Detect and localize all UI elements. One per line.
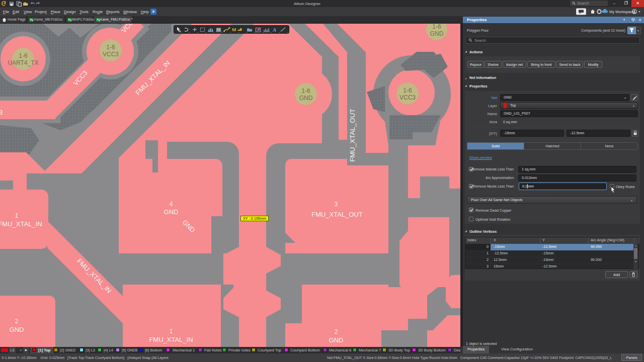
svg-text:FMU_XTAL_IN: FMU_XTAL_IN: [0, 220, 42, 228]
svg-text:GND: GND: [299, 95, 313, 102]
svg-text:2: 2: [15, 318, 19, 325]
svg-text:VCC3: VCC3: [399, 94, 416, 101]
svg-text:M: M: [232, 27, 236, 32]
svg-text:4: 4: [170, 201, 173, 208]
svg-text:My Workspace: My Workspace: [609, 10, 634, 14]
svg-text:GND: GND: [430, 30, 444, 37]
svg-text:FMU_XTAL_OUT: FMU_XTAL_OUT: [349, 109, 356, 162]
svg-text:UART4_TX: UART4_TX: [8, 59, 38, 66]
svg-text:GND: GND: [329, 336, 344, 344]
svg-text:1-6: 1-6: [403, 87, 412, 94]
svg-text:FMU_XTAL_IN: FMU_XTAL_IN: [149, 336, 193, 343]
svg-text:GND: GND: [164, 208, 179, 216]
svg-text:3: 3: [335, 201, 338, 208]
svg-text:1-6: 1-6: [106, 44, 115, 51]
svg-text:1-6: 1-6: [432, 24, 441, 30]
svg-text:FMU_XTAL_OUT: FMU_XTAL_OUT: [311, 211, 363, 218]
svg-text:VCC3: VCC3: [103, 51, 119, 58]
svg-text:A: A: [272, 27, 276, 32]
svg-text:B: B: [0, 109, 3, 116]
svg-text:2: 2: [335, 328, 338, 335]
svg-text:1-6: 1-6: [19, 52, 28, 59]
svg-text:1: 1: [15, 212, 19, 219]
svg-text:GND: GND: [10, 326, 24, 333]
svg-text:1: 1: [170, 328, 173, 335]
svg-text:1-6: 1-6: [301, 87, 310, 95]
